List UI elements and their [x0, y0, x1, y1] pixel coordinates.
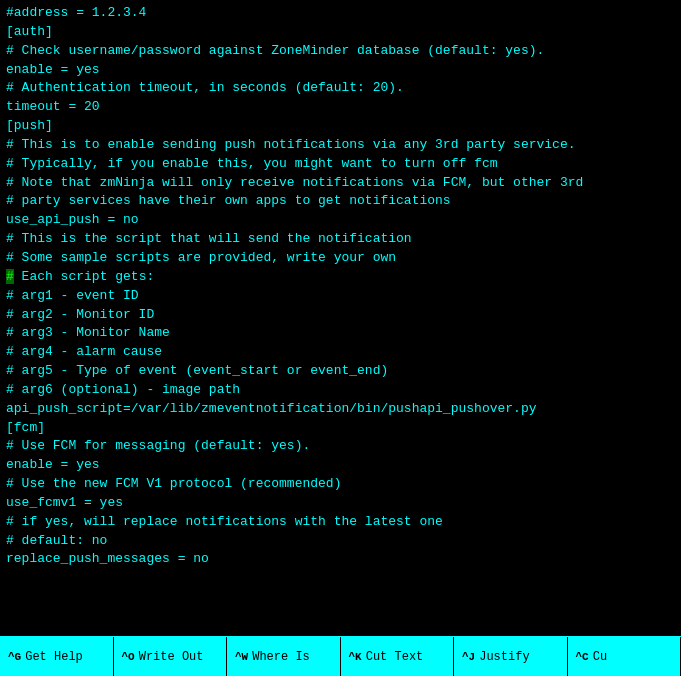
editor-line: # This is the script that will send the …	[6, 230, 675, 249]
editor-line: # Each script gets:	[6, 268, 675, 287]
editor-line: use_api_push = no	[6, 211, 675, 230]
editor-line: # arg3 - Monitor Name	[6, 324, 675, 343]
status-get-help[interactable]: ^G Get Help	[0, 637, 114, 676]
editor-line: # Check username/password against ZoneMi…	[6, 42, 675, 61]
statusbar: ^G Get Help ^O Write Out ^W Where Is ^K …	[0, 636, 681, 676]
editor-line: use_fcmv1 = yes	[6, 494, 675, 513]
editor-line: # Typically, if you enable this, you mig…	[6, 155, 675, 174]
editor-line: timeout = 20	[6, 98, 675, 117]
status-where-is[interactable]: ^W Where Is	[227, 637, 341, 676]
editor-line: # default: no	[6, 532, 675, 551]
editor-line: # Use FCM for messaging (default: yes).	[6, 437, 675, 456]
editor-line: [auth]	[6, 23, 675, 42]
editor-line: [push]	[6, 117, 675, 136]
editor-line: #address = 1.2.3.4	[6, 4, 675, 23]
status-justify[interactable]: ^J Justify	[454, 637, 568, 676]
justify-label: Justify	[479, 650, 529, 664]
editor-line: # This is to enable sending push notific…	[6, 136, 675, 155]
editor-line: # if yes, will replace notifications wit…	[6, 513, 675, 532]
editor-line: # party services have their own apps to …	[6, 192, 675, 211]
editor-line: replace_push_messages = no	[6, 550, 675, 569]
status-cut-text[interactable]: ^K Cut Text	[341, 637, 455, 676]
cu-key: ^C	[576, 651, 589, 663]
editor-line: enable = yes	[6, 456, 675, 475]
editor-line: enable = yes	[6, 61, 675, 80]
justify-key: ^J	[462, 651, 475, 663]
status-cu[interactable]: ^C Cu	[568, 637, 682, 676]
editor-line: # arg5 - Type of event (event_start or e…	[6, 362, 675, 381]
editor-line: # Note that zmNinja will only receive no…	[6, 174, 675, 193]
editor-line: # Some sample scripts are provided, writ…	[6, 249, 675, 268]
cut-text-key: ^K	[349, 651, 362, 663]
cut-text-label: Cut Text	[366, 650, 424, 664]
where-is-key: ^W	[235, 651, 248, 663]
editor-line: # Use the new FCM V1 protocol (recommend…	[6, 475, 675, 494]
editor-line: api_push_script=/var/lib/zmeventnotifica…	[6, 400, 675, 419]
status-write-out[interactable]: ^O Write Out	[114, 637, 228, 676]
editor-line: # Authentication timeout, in seconds (de…	[6, 79, 675, 98]
write-out-key: ^O	[122, 651, 135, 663]
editor-line: # arg4 - alarm cause	[6, 343, 675, 362]
get-help-key: ^G	[8, 651, 21, 663]
where-is-label: Where Is	[252, 650, 310, 664]
editor-area[interactable]: #address = 1.2.3.4[auth]# Check username…	[0, 0, 681, 636]
get-help-label: Get Help	[25, 650, 83, 664]
editor-line: # arg1 - event ID	[6, 287, 675, 306]
cu-label: Cu	[593, 650, 607, 664]
write-out-label: Write Out	[139, 650, 204, 664]
editor-line: # arg6 (optional) - image path	[6, 381, 675, 400]
editor-line: # arg2 - Monitor ID	[6, 306, 675, 325]
editor-line: [fcm]	[6, 419, 675, 438]
